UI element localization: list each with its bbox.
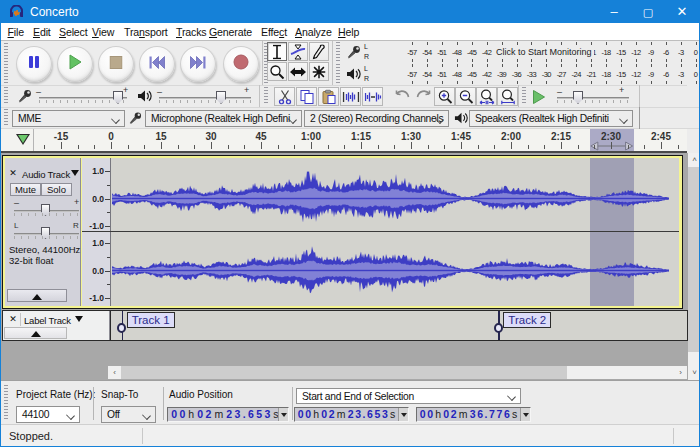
timefield-dropdown-icon[interactable] — [398, 408, 408, 421]
playback-device-dropdown[interactable]: Speakers (Realtek High Definiti — [469, 110, 633, 127]
label-1[interactable]: Track 1 — [127, 312, 175, 328]
label-track-canvas[interactable]: Track 1Track 2 — [111, 311, 687, 340]
edit-toolbar-grip[interactable] — [264, 87, 269, 105]
scroll-left-arrow-icon[interactable]: ‹ — [108, 366, 121, 379]
trim-audio-button[interactable] — [340, 87, 361, 106]
recording-meter[interactable]: L R -57-54-51-48-45-42-39-36-33-30-27-24… — [342, 41, 700, 63]
menu-generate[interactable]: Generate — [209, 26, 252, 38]
menu-select[interactable]: Select — [59, 26, 88, 38]
minimize-button[interactable]: – — [597, 1, 631, 23]
meter-monitoring-hint[interactable]: Click to Start Monitoring — [494, 47, 594, 57]
redo-button[interactable] — [413, 87, 434, 106]
recording-device-dropdown[interactable]: Microphone (Realtek High Defini — [145, 110, 302, 127]
selection-end-field[interactable]: 00h02m36.776s — [416, 407, 531, 422]
vr-tick — [105, 271, 110, 272]
maximize-button[interactable]: ▢ — [631, 1, 665, 23]
track-title-dropdown[interactable]: Audio Track — [20, 167, 79, 180]
collapse-label-track-button[interactable] — [4, 327, 67, 339]
audio-position-field[interactable]: 00h02m23.653s — [167, 407, 289, 422]
pause-button[interactable] — [16, 46, 52, 82]
dgt: 3 — [381, 408, 388, 420]
menu-help[interactable]: Help — [338, 26, 359, 38]
collapse-track-button[interactable] — [7, 289, 67, 302]
rect — [325, 90, 330, 93]
scroll-up-arrow-icon[interactable]: ˄ — [688, 153, 700, 167]
unt: m — [335, 408, 347, 420]
waveform-canvas[interactable] — [111, 158, 679, 306]
scroll-right-arrow-icon[interactable]: › — [674, 366, 687, 379]
menu-file[interactable]: File — [8, 26, 24, 38]
menu-transport[interactable]: Transport — [124, 26, 168, 38]
vertical-ruler[interactable]: 1.00.0-1.01.00.0-1.0 — [82, 158, 111, 306]
menu-effect[interactable]: Effect — [261, 26, 287, 38]
timefield-dropdown-icon[interactable] — [278, 408, 288, 421]
skip-to-start-button[interactable] — [139, 46, 175, 82]
play-at-speed-button[interactable] — [529, 87, 548, 106]
meter-tick — [561, 59, 562, 62]
vertical-scrollbar[interactable]: ˄ ˅ — [688, 153, 700, 380]
horizontal-scrollbar[interactable]: ‹ › — [108, 366, 687, 379]
label-track-title-dropdown[interactable]: Label Track — [20, 313, 82, 326]
play-at-speed-grip[interactable] — [522, 87, 527, 105]
undo-button[interactable] — [391, 87, 412, 106]
device-toolbar-grip[interactable] — [4, 109, 9, 127]
ruler-tick — [211, 142, 212, 149]
title-bar[interactable]: Concerto – ▢ ✕ — [1, 1, 699, 23]
transport-toolbar-grip[interactable] — [4, 43, 9, 83]
multi-tool-button[interactable] — [309, 62, 329, 81]
selection-mode-dropdown[interactable]: Start and End of Selection — [296, 388, 521, 404]
span: elp — [346, 26, 360, 38]
ruler-tick — [394, 145, 395, 149]
selection-toolbar-grip[interactable] — [4, 385, 9, 421]
zoom-in-button[interactable] — [434, 87, 455, 106]
playback-meter-grip[interactable] — [336, 64, 341, 84]
label-2[interactable]: Track 2 — [503, 312, 551, 328]
selection-start-field[interactable]: 00h02m23.653s — [294, 407, 409, 422]
playback-meter[interactable]: L R -57-54-51-48-45-42-39-36-33-30-27-24… — [342, 63, 700, 85]
draw-tool-button[interactable] — [309, 42, 329, 61]
fit-project-button[interactable] — [497, 87, 518, 106]
timefield-dropdown-icon[interactable] — [520, 408, 530, 421]
recording-meter-grip[interactable] — [336, 42, 341, 62]
silence-audio-button[interactable] — [362, 87, 383, 106]
mixer-toolbar-grip[interactable] — [4, 87, 9, 105]
project-rate-dropdown[interactable]: 44100 — [16, 406, 80, 423]
label-marker-icon[interactable] — [494, 323, 503, 333]
label-track-close-button[interactable]: ✕ — [7, 313, 19, 326]
scroll-down-arrow-icon[interactable]: ˅ — [688, 366, 700, 380]
paste-button[interactable] — [318, 87, 339, 106]
timeshift-tool-button[interactable] — [288, 62, 308, 81]
envelope-tool-button[interactable] — [288, 42, 308, 61]
copy-button[interactable] — [296, 87, 317, 106]
menu-tracks[interactable]: Tracks — [176, 26, 207, 38]
stop-button[interactable] — [98, 46, 134, 82]
horizontal-scroll-thumb[interactable] — [121, 366, 567, 379]
timeline-label-15: 15 — [155, 131, 166, 142]
playhead-pin-icon[interactable] — [16, 134, 30, 145]
snap-to-dropdown[interactable]: Off — [101, 406, 156, 423]
ruler-tick — [494, 145, 495, 149]
solo-button[interactable]: Solo — [41, 183, 72, 196]
meter-tick — [531, 64, 532, 67]
pin-playhead-box[interactable] — [1, 129, 34, 151]
timeline-ruler[interactable]: -1501530451:001:151:301:452:002:152:302:… — [1, 129, 687, 153]
mute-button[interactable]: Mute — [10, 183, 41, 196]
zoom-tool-button[interactable] — [267, 62, 287, 81]
skip-to-end-button[interactable] — [180, 46, 216, 82]
close-button[interactable]: ✕ — [665, 1, 699, 23]
menu-edit[interactable]: Edit — [33, 26, 51, 38]
menu-analyze[interactable]: Analyze — [295, 26, 332, 38]
selection-tool-button[interactable] — [267, 42, 287, 61]
fit-selection-button[interactable] — [476, 87, 497, 106]
audio-host-dropdown[interactable]: MME — [12, 110, 125, 127]
record-button[interactable] — [223, 46, 259, 82]
play-button[interactable] — [57, 46, 93, 82]
vertical-scroll-thumb[interactable] — [688, 167, 700, 352]
label-marker-icon[interactable] — [117, 323, 126, 333]
track-close-button[interactable]: ✕ — [7, 167, 19, 180]
cut-button[interactable] — [274, 87, 295, 106]
meter-tick — [442, 59, 443, 62]
menu-view[interactable]: View — [92, 26, 114, 38]
zoom-out-button[interactable] — [455, 87, 476, 106]
recording-channels-dropdown[interactable]: 2 (Stereo) Recording Channels — [304, 110, 449, 127]
